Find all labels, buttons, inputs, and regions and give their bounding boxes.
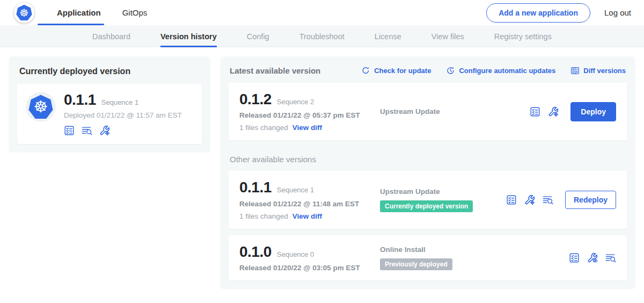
auto-update-icon bbox=[446, 66, 455, 75]
subnav-tab-license[interactable]: License bbox=[375, 25, 401, 47]
currently-deployed-panel: Currently deployed version ☸ 0.1.1 Seque… bbox=[9, 56, 210, 153]
subnav-tab-view-files[interactable]: View files bbox=[431, 25, 464, 47]
preflight-checks-icon[interactable] bbox=[64, 125, 75, 136]
deploy-button[interactable]: Deploy bbox=[570, 102, 616, 121]
diff-versions-label: Diff versions bbox=[583, 67, 626, 75]
deploy-logs-icon[interactable] bbox=[543, 194, 553, 205]
latest-available-title: Latest available version bbox=[230, 66, 361, 75]
view-diff-link[interactable]: View diff bbox=[292, 124, 322, 132]
main-content: Currently deployed version ☸ 0.1.1 Seque… bbox=[0, 47, 644, 298]
app-logo: ☸ bbox=[26, 92, 56, 122]
diff-icon bbox=[570, 66, 580, 75]
currently-deployed-card: ☸ 0.1.1 Sequence 1 Deployed 01/21/22 @ 1… bbox=[17, 84, 202, 144]
version-history-panel: Latest available version Check for updat… bbox=[220, 56, 635, 289]
deployed-sequence-label: Sequence 1 bbox=[101, 98, 138, 106]
add-application-button[interactable]: Add a new application bbox=[486, 3, 590, 23]
tab-application-label: Application bbox=[57, 8, 101, 17]
kubernetes-logo-icon: ☸ bbox=[28, 95, 53, 119]
edit-config-icon[interactable] bbox=[548, 106, 559, 117]
subnav-tab-dashboard[interactable]: Dashboard bbox=[92, 25, 130, 47]
subnav-tab-registry-settings[interactable]: Registry settings bbox=[494, 25, 552, 47]
deployed-timestamp: Deployed 01/21/22 @ 11:57 am EST bbox=[64, 111, 182, 119]
configure-automatic-updates-link[interactable]: Configure automatic updates bbox=[446, 66, 555, 75]
diff-versions-link[interactable]: Diff versions bbox=[570, 66, 626, 75]
released-timestamp: Released 01/21/22 @ 05:37 pm EST bbox=[239, 111, 380, 119]
logout-link[interactable]: Log out bbox=[604, 8, 631, 17]
previously-deployed-badge: Previously deployed bbox=[380, 258, 452, 270]
sequence-label: Sequence 0 bbox=[277, 250, 314, 258]
sequence-label: Sequence 2 bbox=[277, 98, 314, 106]
version-card-0-1-0: 0.1.0 Sequence 0 Released 01/20/22 @ 03:… bbox=[229, 235, 627, 280]
preflight-checks-icon[interactable] bbox=[506, 194, 517, 205]
subnav-tab-troubleshoot[interactable]: Troubleshoot bbox=[299, 25, 345, 47]
version-source-label: Upstream Update bbox=[380, 107, 530, 116]
version-source-label: Online Install bbox=[380, 246, 569, 254]
deploy-logs-icon[interactable] bbox=[605, 252, 616, 263]
subnav-tab-config[interactable]: Config bbox=[247, 25, 269, 47]
refresh-icon bbox=[361, 66, 370, 75]
version-number: 0.1.1 bbox=[239, 179, 272, 195]
tab-gitops-label: GitOps bbox=[122, 8, 148, 17]
currently-deployed-badge: Currently deployed version bbox=[380, 200, 473, 212]
edit-config-icon[interactable] bbox=[99, 125, 110, 136]
version-card-0-1-2: 0.1.2 Sequence 2 Released 01/21/22 @ 05:… bbox=[229, 83, 627, 140]
other-available-versions-title: Other available versions bbox=[230, 155, 626, 164]
currently-deployed-title: Currently deployed version bbox=[19, 67, 200, 76]
version-number: 0.1.0 bbox=[239, 244, 272, 259]
subnav-tab-version-history[interactable]: Version history bbox=[160, 25, 217, 47]
check-for-update-label: Check for update bbox=[374, 67, 431, 75]
kubernetes-logo-icon: ☸ bbox=[14, 3, 34, 23]
files-changed-label: 1 files changed bbox=[239, 212, 288, 220]
deployed-version-number: 0.1.1 bbox=[64, 92, 96, 107]
version-source-label: Upstream Update bbox=[380, 187, 506, 196]
configure-automatic-updates-label: Configure automatic updates bbox=[459, 67, 555, 75]
preflight-checks-icon[interactable] bbox=[530, 106, 540, 117]
view-diff-link[interactable]: View diff bbox=[292, 212, 322, 220]
deploy-logs-icon[interactable] bbox=[82, 125, 92, 136]
check-for-update-link[interactable]: Check for update bbox=[361, 66, 431, 75]
app-subnav: Dashboard Version history Config Trouble… bbox=[0, 25, 644, 47]
preflight-checks-icon[interactable] bbox=[569, 252, 580, 263]
app-header: ☸ Application GitOps Add a new applicati… bbox=[0, 0, 644, 25]
files-changed-label: 1 files changed bbox=[239, 124, 288, 132]
sequence-label: Sequence 1 bbox=[277, 186, 314, 194]
tab-gitops[interactable]: GitOps bbox=[115, 0, 155, 25]
released-timestamp: Released 01/20/22 @ 03:05 pm EST bbox=[239, 264, 380, 272]
version-number: 0.1.2 bbox=[239, 91, 272, 107]
released-timestamp: Released 01/21/22 @ 11:48 am EST bbox=[239, 200, 380, 208]
view-config-icon[interactable] bbox=[587, 252, 598, 263]
version-card-0-1-1: 0.1.1 Sequence 1 Released 01/21/22 @ 11:… bbox=[229, 171, 627, 228]
redeploy-button[interactable]: Redeploy bbox=[565, 191, 616, 209]
edit-config-icon[interactable] bbox=[524, 194, 535, 205]
tab-application[interactable]: Application bbox=[49, 0, 108, 25]
